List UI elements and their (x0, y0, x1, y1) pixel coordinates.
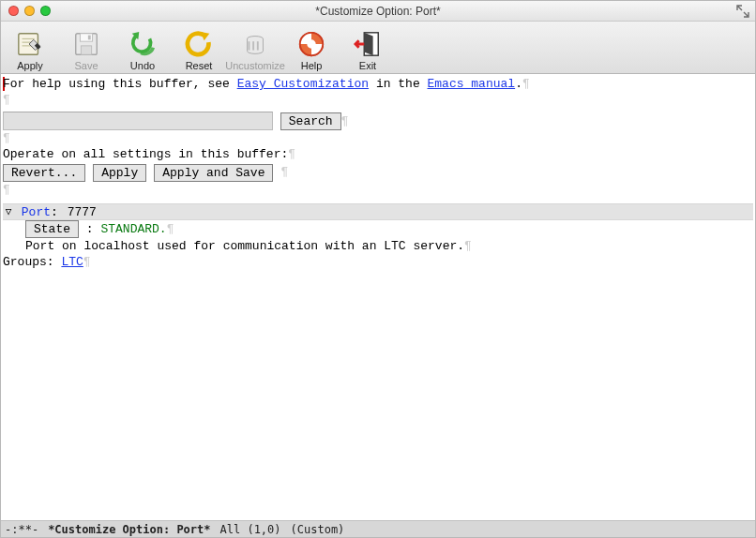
state-button[interactable]: State (25, 220, 79, 238)
reset-label: Reset (186, 60, 213, 71)
exit-label: Exit (359, 60, 376, 71)
window-title: *Customize Option: Port* (1, 5, 755, 18)
groups-label: Groups: (3, 255, 61, 269)
help-prefix: For help using this buffer, see (3, 77, 237, 91)
help-icon (296, 29, 326, 59)
pilcrow-icon: ¶ (3, 93, 10, 107)
pilcrow-icon: ¶ (464, 239, 472, 253)
window: *Customize Option: Port* Apply Save Undo (0, 0, 756, 538)
svg-rect-7 (81, 46, 91, 54)
svg-rect-8 (88, 36, 91, 40)
exit-toolbar-button[interactable]: Exit (344, 22, 391, 71)
groups-line: Groups: LTC¶ (3, 254, 753, 270)
state-row: State : STANDARD. ¶ (25, 220, 753, 238)
state-value: STANDARD. (100, 221, 166, 237)
emacs-manual-link[interactable]: Emacs manual (428, 77, 516, 91)
modeline-flags: -:**- (5, 523, 38, 536)
pilcrow-icon: ¶ (3, 183, 10, 197)
fullscreen-icon[interactable] (736, 5, 749, 18)
apply-label: Apply (17, 60, 43, 71)
help-line: For help using this buffer, see Easy Cus… (3, 76, 753, 92)
disclosure-triangle-icon[interactable]: ▽ (3, 204, 14, 220)
apply-toolbar-button[interactable]: Apply (7, 22, 53, 71)
save-label: Save (74, 60, 98, 71)
uncustomize-icon (240, 29, 270, 59)
modeline-mode: (Custom) (291, 523, 345, 536)
undo-icon (128, 29, 158, 59)
pilcrow-icon: ¶ (522, 77, 530, 91)
toolbar: Apply Save Undo Reset Uncustomize (1, 22, 755, 74)
help-mid: in the (369, 77, 427, 91)
revert-button[interactable]: Revert... (3, 164, 85, 182)
save-toolbar-button[interactable]: Save (63, 22, 110, 71)
uncustomize-label: Uncustomize (225, 60, 285, 71)
operate-line: Operate on all settings in this buffer:¶ (3, 146, 753, 162)
pilcrow-icon: ¶ (280, 164, 288, 182)
pilcrow-icon: ¶ (288, 147, 295, 161)
modeline-position: All (1,0) (220, 523, 281, 536)
reset-toolbar-button[interactable]: Reset (175, 22, 222, 71)
pilcrow-icon: ¶ (83, 255, 91, 269)
group-link[interactable]: LTC (61, 255, 83, 269)
easy-customization-link[interactable]: Easy Customization (237, 77, 369, 91)
button-row: Revert... Apply Apply and Save ¶ (3, 164, 753, 182)
exit-icon (353, 29, 383, 59)
search-row: Search ¶ (3, 112, 753, 130)
pilcrow-icon: ¶ (167, 221, 174, 237)
apply-icon (15, 29, 45, 59)
buffer-content: For help using this buffer, see Easy Cus… (1, 74, 755, 520)
reset-icon (184, 29, 214, 59)
search-input[interactable] (3, 112, 273, 130)
help-toolbar-button[interactable]: Help (288, 22, 335, 71)
svg-rect-12 (257, 41, 259, 50)
undo-toolbar-button[interactable]: Undo (119, 22, 166, 71)
titlebar: *Customize Option: Port* (1, 1, 755, 22)
pilcrow-icon: ¶ (341, 113, 349, 129)
modeline-buffer: *Customize Option: Port* (48, 523, 210, 536)
apply-save-button[interactable]: Apply and Save (154, 164, 273, 182)
search-button[interactable]: Search (280, 112, 341, 130)
pilcrow-icon: ¶ (3, 131, 10, 145)
save-icon (71, 29, 101, 59)
undo-label: Undo (130, 60, 155, 71)
svg-rect-11 (252, 41, 254, 50)
option-value-input[interactable] (66, 205, 122, 219)
option-name: Port (22, 204, 51, 220)
option-description: Port on localhost used for communication… (25, 238, 753, 254)
apply-button[interactable]: Apply (93, 164, 146, 182)
mode-line: -:**- *Customize Option: Port* All (1,0)… (1, 520, 755, 537)
svg-rect-10 (249, 41, 250, 50)
help-suffix: . (515, 77, 522, 91)
option-header[interactable]: ▽ Port: (3, 203, 753, 220)
help-label: Help (301, 60, 323, 71)
uncustomize-toolbar-button[interactable]: Uncustomize (232, 22, 279, 71)
